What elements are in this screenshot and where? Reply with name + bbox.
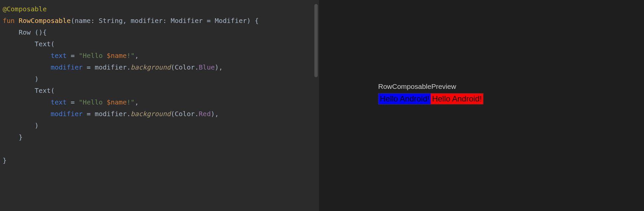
code-line[interactable]: Text(	[3, 38, 319, 50]
indent	[3, 40, 35, 48]
enum-token: Red	[199, 110, 211, 118]
eq-token: = modifier.	[83, 110, 131, 118]
paren-brace-token: ) {	[247, 17, 259, 25]
named-param-token: modifier	[51, 63, 83, 71]
code-line[interactable]: )	[3, 120, 319, 131]
preview-title: RowComposablePreview	[378, 83, 456, 91]
code-line[interactable]: )	[3, 73, 319, 85]
string-token: !"	[127, 52, 135, 60]
paren-token: ()	[35, 28, 43, 36]
code-line[interactable]: Row (){	[3, 27, 319, 38]
code-line[interactable]: text = "Hello $name!",	[3, 97, 319, 108]
preview-text-red: Hello Android!	[431, 94, 483, 104]
paren-token: )	[35, 121, 39, 129]
code-editor-pane[interactable]: @Composable fun RowComposable(name: Stri…	[0, 0, 319, 211]
brace-token: }	[3, 156, 7, 164]
comma-token: ,	[135, 52, 139, 60]
close-token: ),	[211, 110, 219, 118]
code-line[interactable]: modifier = modifier.background(Color.Red…	[3, 108, 319, 120]
indent	[3, 75, 35, 83]
enum-token: Blue	[199, 63, 215, 71]
comma-token: ,	[135, 98, 139, 106]
code-line[interactable]: }	[3, 155, 319, 166]
template-var-token: $name	[107, 52, 127, 60]
args-token: (Color.	[171, 110, 199, 118]
code-line[interactable]: @Composable	[3, 3, 319, 15]
code-line[interactable]: }	[3, 131, 319, 143]
string-token: !"	[127, 98, 135, 106]
compose-preview-pane: RowComposablePreview Hello Android! Hell…	[319, 0, 644, 211]
method-token: background	[131, 110, 170, 118]
annotation-token: @Composable	[3, 5, 47, 13]
code-line[interactable]: text = "Hello $name!",	[3, 50, 319, 62]
call-token: Text	[35, 40, 51, 48]
paren-token: )	[35, 75, 39, 83]
indent	[3, 52, 51, 60]
brace-token: {	[43, 28, 47, 36]
eq-token: =	[67, 52, 79, 60]
indent	[3, 110, 51, 118]
function-name-token: RowComposable	[15, 17, 71, 25]
brace-token: }	[19, 133, 23, 141]
indent	[3, 121, 35, 129]
template-var-token: $name	[107, 98, 127, 106]
code-line[interactable]: Text(	[3, 85, 319, 97]
paren-token: (	[71, 17, 75, 25]
string-token: "Hello	[79, 52, 107, 60]
keyword-token: fun	[3, 17, 15, 25]
indent	[3, 98, 51, 106]
indent	[3, 87, 35, 95]
indent	[3, 133, 19, 141]
string-token: "Hello	[79, 98, 107, 106]
eq-token: =	[67, 98, 79, 106]
indent	[3, 28, 19, 36]
call-token: Text	[35, 87, 51, 95]
method-token: background	[131, 63, 170, 71]
preview-render-area: Hello Android! Hello Android!	[378, 93, 483, 105]
eq-token: = modifier.	[83, 63, 131, 71]
named-param-token: text	[51, 52, 67, 60]
code-line[interactable]: modifier = modifier.background(Color.Blu…	[3, 62, 319, 73]
named-param-token: text	[51, 98, 67, 106]
editor-scrollbar[interactable]	[314, 4, 318, 77]
code-line[interactable]	[3, 143, 319, 155]
close-token: ),	[215, 63, 223, 71]
args-token: (Color.	[171, 63, 199, 71]
named-param-token: modifier	[51, 110, 83, 118]
call-token: Row	[19, 28, 35, 36]
param-token: name: String, modifier: Modifier = Modif…	[75, 17, 247, 25]
paren-token: (	[51, 87, 55, 95]
indent	[3, 63, 51, 71]
preview-text-blue: Hello Android!	[378, 94, 431, 104]
code-line[interactable]: fun RowComposable(name: String, modifier…	[3, 15, 319, 27]
paren-token: (	[51, 40, 55, 48]
